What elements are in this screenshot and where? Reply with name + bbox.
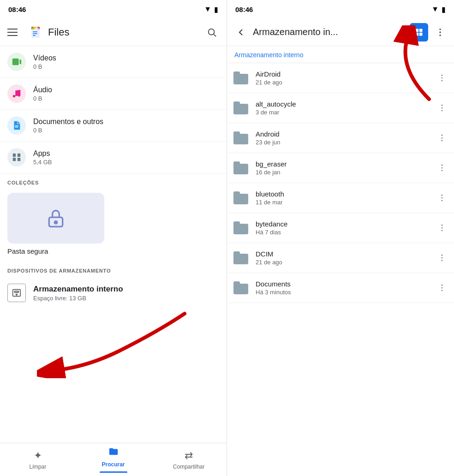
file-item-documents[interactable]: Documents Há 3 minutos (227, 273, 454, 303)
file-name-documents: Documents (256, 280, 429, 288)
file-more-dcim[interactable] (436, 251, 448, 264)
file-more-airdroid[interactable] (436, 71, 448, 84)
nav-item-clean[interactable]: ✦ Limpar (0, 446, 76, 474)
folder-icon-android (233, 130, 249, 146)
category-item-audio[interactable]: Áudio 0 B (0, 78, 227, 110)
svg-marker-9 (19, 60, 21, 65)
hamburger-button[interactable] (7, 25, 22, 40)
svg-point-11 (18, 94, 21, 97)
file-more-android[interactable] (436, 131, 448, 144)
svg-point-49 (442, 257, 443, 259)
safe-folder-card[interactable] (7, 193, 104, 244)
svg-point-38 (442, 140, 443, 142)
svg-point-39 (442, 165, 443, 166)
left-app-bar: Files (0, 18, 227, 46)
clean-icon: ✦ (34, 450, 42, 462)
svg-point-51 (442, 285, 443, 286)
right-status-bar: 08:46 ▼ ▮ (227, 0, 454, 18)
colecoes-section: Pasta segura (0, 188, 227, 262)
category-name-audio: Áudio (33, 86, 219, 94)
file-item-dcim[interactable]: DCIM 21 de ago (227, 243, 454, 273)
storage-device-icon (7, 284, 26, 302)
file-date-dcim: 21 de ago (256, 259, 429, 266)
wifi-icon: ▼ (204, 5, 211, 13)
svg-point-52 (442, 287, 443, 289)
right-battery-icon: ▮ (442, 5, 446, 14)
file-date-documents: Há 3 minutos (256, 289, 429, 296)
storage-info-internal: Armazenamento interno Espaço livre: 13 G… (33, 285, 219, 302)
svg-point-42 (442, 195, 443, 196)
svg-point-32 (442, 80, 443, 82)
category-size-audio: 0 B (33, 95, 219, 102)
category-size-docs: 0 B (33, 127, 219, 134)
file-info-dcim: DCIM 21 de ago (256, 250, 429, 266)
folder-icon-alt-autocycle (233, 100, 249, 116)
file-name-bluetooth: bluetooth (256, 190, 429, 198)
file-item-airdroid[interactable]: AirDroid 21 de ago (227, 63, 454, 93)
right-panel: 08:46 ▼ ▮ Armazenamento in... (227, 0, 454, 476)
nav-item-browse[interactable]: Procurar (76, 443, 151, 476)
category-item-docs[interactable]: Documentos e outros 0 B (0, 110, 227, 142)
file-info-documents: Documents Há 3 minutos (256, 280, 429, 296)
svg-point-36 (442, 135, 443, 136)
svg-point-22 (16, 294, 18, 295)
file-item-bluetooth[interactable]: bluetooth 11 de mar (227, 183, 454, 213)
svg-rect-21 (14, 291, 18, 292)
file-item-bytedance[interactable]: bytedance Há 7 dias (227, 213, 454, 243)
svg-rect-0 (33, 31, 37, 32)
category-name-videos: Vídeos (33, 54, 219, 62)
category-item-videos[interactable]: Vídeos 0 B (0, 46, 227, 78)
folder-icon-dcim (233, 250, 249, 266)
left-status-icons: ▼ ▮ (204, 5, 218, 14)
svg-rect-8 (12, 59, 19, 65)
file-more-bytedance[interactable] (436, 221, 448, 234)
back-button[interactable] (233, 24, 249, 41)
folder-icon-airdroid (233, 70, 249, 86)
svg-point-50 (442, 260, 443, 262)
left-time: 08:46 (8, 6, 26, 13)
grid-view-button[interactable] (410, 23, 428, 42)
file-date-bluetooth: 11 de mar (256, 199, 429, 206)
category-name-apps: Apps (33, 149, 219, 158)
svg-rect-17 (18, 158, 20, 161)
file-item-bg-eraser[interactable]: bg_eraser 16 de jan (227, 153, 454, 183)
file-name-dcim: DCIM (256, 250, 429, 258)
file-name-airdroid: AirDroid (256, 70, 429, 78)
nav-active-line (100, 471, 127, 473)
file-item-alt-autocycle[interactable]: alt_autocycle 3 de mar (227, 93, 454, 123)
file-more-bluetooth[interactable] (436, 191, 448, 204)
bottom-nav: ✦ Limpar Procurar ⇄ Compartilhar (0, 443, 227, 476)
category-item-apps[interactable]: Apps 5,4 GB (0, 142, 227, 173)
svg-point-43 (442, 197, 443, 199)
file-info-bluetooth: bluetooth 11 de mar (256, 190, 429, 206)
category-size-videos: 0 B (33, 63, 219, 70)
svg-point-44 (442, 200, 443, 202)
svg-point-48 (442, 255, 443, 256)
docs-icon (7, 116, 26, 135)
file-more-documents[interactable] (436, 281, 448, 294)
svg-rect-14 (13, 154, 16, 157)
svg-rect-16 (13, 158, 16, 161)
folder-icon-bytedance (233, 220, 249, 236)
right-app-bar: Armazenamento in... (227, 18, 454, 46)
svg-point-35 (442, 110, 443, 112)
file-more-alt-autocycle[interactable] (436, 101, 448, 114)
file-more-bg-eraser[interactable] (436, 161, 448, 174)
nav-item-share[interactable]: ⇄ Compartilhar (151, 446, 227, 474)
storage-free-internal: Espaço livre: 13 GB (33, 295, 219, 302)
share-icon: ⇄ (185, 450, 193, 462)
svg-point-6 (209, 29, 215, 35)
file-item-android[interactable]: Android 23 de jun (227, 123, 454, 153)
more-options-button[interactable] (432, 24, 448, 41)
category-info-videos: Vídeos 0 B (33, 54, 219, 70)
storage-name-internal: Armazenamento interno (33, 285, 219, 294)
storage-item-internal[interactable]: Armazenamento interno Espaço livre: 13 G… (0, 276, 227, 309)
breadcrumb-text[interactable]: Armazenamento interno (234, 51, 303, 59)
apps-icon (7, 148, 26, 167)
category-list: Vídeos 0 B Áudio 0 B Documentos e outros… (0, 46, 227, 443)
svg-rect-12 (15, 125, 18, 126)
svg-point-37 (442, 137, 443, 139)
search-button[interactable] (204, 25, 219, 40)
left-panel: 08:46 ▼ ▮ Files (0, 0, 227, 476)
nav-label-browse: Procurar (102, 461, 125, 468)
